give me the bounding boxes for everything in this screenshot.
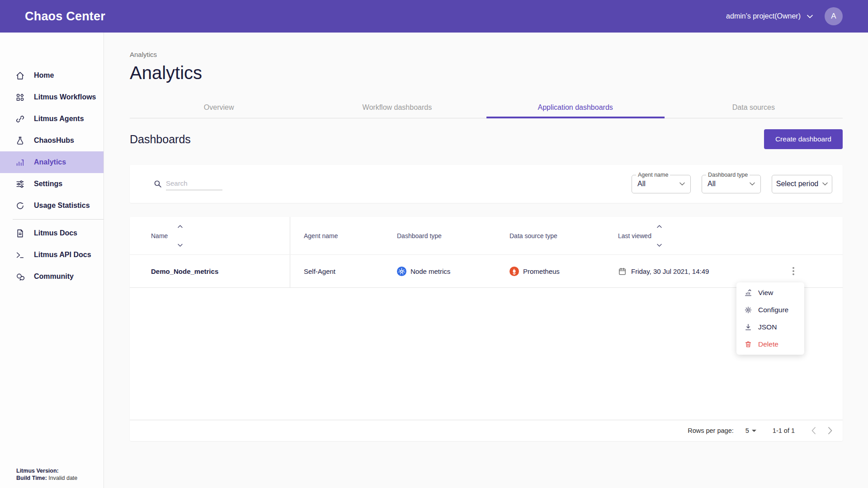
build-time-value: Invalid date <box>48 475 77 481</box>
chevron-down-icon <box>679 182 685 186</box>
sort-desc-icon[interactable] <box>657 244 662 247</box>
menu-item-label: JSON <box>758 323 777 331</box>
menu-item-json[interactable]: JSON <box>736 319 804 336</box>
sidebar-item-settings[interactable]: Settings <box>0 173 104 195</box>
tab-data-sources[interactable]: Data sources <box>665 97 843 118</box>
tab-application-dashboards[interactable]: Application dashboards <box>486 97 665 118</box>
table-empty-area <box>130 288 843 420</box>
select-period-label: Select period <box>776 180 818 188</box>
sidebar-item-home[interactable]: Home <box>0 65 104 86</box>
kubernetes-icon <box>397 267 406 276</box>
sort-desc-icon[interactable] <box>178 244 183 247</box>
table-header-row: Name Agent name Dashboard type Data sour… <box>130 217 843 255</box>
agent-name-select-label: Agent name <box>636 172 670 178</box>
dashboard-name: Demo_Node_metrics <box>151 267 218 275</box>
dashboard-type-select-value: All <box>708 180 716 188</box>
search-box <box>153 178 222 190</box>
rows-per-page-value: 5 <box>745 427 749 434</box>
sidebar-item-litmus-docs[interactable]: Litmus Docs <box>0 222 104 244</box>
tab-workflow-dashboards[interactable]: Workflow dashboards <box>308 97 486 118</box>
avatar[interactable]: A <box>825 7 843 25</box>
menu-item-delete[interactable]: Delete <box>736 336 804 353</box>
chevron-down-icon <box>807 14 813 19</box>
prometheus-icon <box>509 267 519 276</box>
view-chart-icon <box>744 289 752 297</box>
sidebar-item-label: Litmus API Docs <box>34 251 91 259</box>
tab-overview[interactable]: Overview <box>130 97 308 118</box>
build-time-label: Build Time: <box>16 475 47 481</box>
app-title: Chaos Center <box>25 9 105 23</box>
sort-control-last-viewed[interactable] <box>657 224 662 248</box>
calendar-icon <box>618 267 627 276</box>
column-header-last-viewed: Last viewed <box>618 232 651 239</box>
sort-asc-icon[interactable] <box>657 225 662 228</box>
link-icon <box>15 114 25 124</box>
filter-bar: Agent name All Dashboard type All Select… <box>130 165 843 203</box>
sort-control-name[interactable] <box>178 224 183 248</box>
search-input[interactable] <box>166 178 222 190</box>
column-header-dashboard-type: Dashboard type <box>397 232 442 239</box>
select-period-button[interactable]: Select period <box>772 175 832 193</box>
page-title: Analytics <box>130 63 843 83</box>
agent-name-select-value: All <box>637 180 646 188</box>
main-content: Analytics Analytics Overview Workflow da… <box>104 33 868 488</box>
menu-item-label: View <box>758 289 773 297</box>
menu-item-configure[interactable]: Configure <box>736 301 804 319</box>
workflows-icon <box>15 93 25 102</box>
kebab-icon <box>793 267 794 275</box>
dashboards-table: Name Agent name Dashboard type Data sour… <box>130 217 843 441</box>
home-icon <box>15 71 25 80</box>
column-header-agent-name: Agent name <box>304 232 338 239</box>
column-header-data-source-type: Data source type <box>509 232 557 239</box>
sort-asc-icon[interactable] <box>178 225 183 228</box>
table-row[interactable]: Demo_Node_metrics Self-Agent Node metric… <box>130 255 843 288</box>
sidebar-item-label: Settings <box>34 180 62 188</box>
sidebar-item-label: ChaosHubs <box>34 136 74 145</box>
project-selector[interactable]: admin's project(Owner) <box>726 12 813 20</box>
sidebar-item-label: Home <box>34 71 54 80</box>
sidebar-item-label: Litmus Workflows <box>34 93 96 101</box>
dashboard-type-select-label: Dashboard type <box>706 172 750 178</box>
project-name: admin's project(Owner) <box>726 12 801 20</box>
sidebar-item-label: Litmus Agents <box>34 115 84 123</box>
sidebar: Home Litmus Workflows Litmus Agents Chao… <box>0 33 104 488</box>
sidebar-item-label: Analytics <box>34 158 66 166</box>
previous-page-icon[interactable] <box>811 427 816 435</box>
sidebar-item-chaoshubs[interactable]: ChaosHubs <box>0 130 104 151</box>
sidebar-item-litmus-agents[interactable]: Litmus Agents <box>0 108 104 130</box>
chevron-down-icon <box>750 182 755 186</box>
sidebar-item-usage-statistics[interactable]: Usage Statistics <box>0 195 104 216</box>
pagination-range: 1-1 of 1 <box>773 427 795 434</box>
gear-icon <box>744 306 752 314</box>
rows-per-page-label: Rows per page: <box>688 427 734 434</box>
pagination-bar: Rows per page: 5 1-1 of 1 <box>130 420 843 441</box>
agent-name-select[interactable]: Agent name All <box>632 175 691 193</box>
sidebar-item-community[interactable]: Community <box>0 266 104 287</box>
chevron-down-icon <box>822 182 828 186</box>
sliders-icon <box>15 179 25 189</box>
download-icon <box>744 323 752 331</box>
sidebar-divider <box>13 219 104 220</box>
avatar-initial: A <box>831 12 836 21</box>
menu-item-view[interactable]: View <box>736 284 804 301</box>
sidebar-item-litmus-workflows[interactable]: Litmus Workflows <box>0 86 104 108</box>
litmus-version-label: Litmus Version: <box>16 468 59 474</box>
dashboard-type-value: Node metrics <box>410 267 450 275</box>
app-header: Chaos Center admin's project(Owner) A <box>0 0 868 33</box>
document-icon <box>15 229 25 238</box>
dashboards-heading: Dashboards <box>130 133 191 146</box>
sidebar-item-analytics[interactable]: Analytics <box>0 151 104 173</box>
create-dashboard-button[interactable]: Create dashboard <box>764 129 843 149</box>
chat-icon <box>15 272 25 282</box>
sidebar-item-label: Community <box>34 272 74 281</box>
agent-name-value: Self-Agent <box>304 267 335 275</box>
trash-icon <box>744 340 752 348</box>
caret-down-icon <box>752 430 756 432</box>
terminal-icon <box>15 250 25 260</box>
tab-bar: Overview Workflow dashboards Application… <box>130 97 843 118</box>
next-page-icon[interactable] <box>828 427 833 435</box>
sidebar-item-label: Usage Statistics <box>34 202 90 210</box>
dashboard-type-select[interactable]: Dashboard type All <box>702 175 761 193</box>
rows-per-page-select[interactable]: 5 <box>745 427 756 434</box>
sidebar-item-litmus-api-docs[interactable]: Litmus API Docs <box>0 244 104 266</box>
